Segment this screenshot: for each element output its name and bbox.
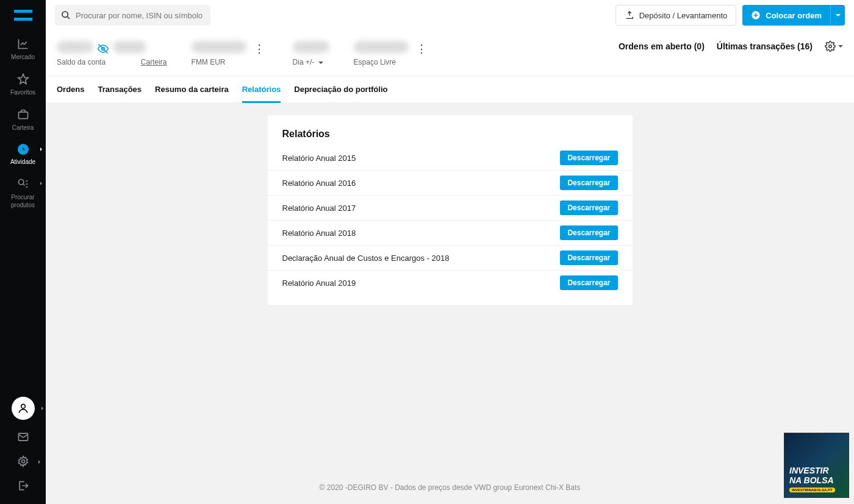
more-vert-icon[interactable]: ⋮ <box>250 42 268 55</box>
svg-point-1 <box>18 180 23 185</box>
profile-button[interactable] <box>12 397 35 420</box>
chevron-down-icon <box>318 62 323 64</box>
briefcase-icon <box>17 108 29 121</box>
last-transactions-link[interactable]: Últimas transações (16) <box>717 41 813 51</box>
logout-button[interactable] <box>17 480 29 492</box>
report-row: Relatório Anual 2016 Descarregar <box>268 171 633 196</box>
user-icon <box>17 402 29 414</box>
svg-point-5 <box>62 12 68 17</box>
svg-point-4 <box>21 460 24 463</box>
search-container[interactable] <box>55 5 210 26</box>
sidebar-item-label: Mercado <box>9 53 37 61</box>
day-value <box>293 41 329 53</box>
footer-link[interactable]: VWD group <box>474 483 512 492</box>
portfolio-label[interactable]: Carteira <box>141 58 167 66</box>
promo-widget[interactable]: INVESTIR NA BOLSA INVESTIRNABOLSA.PT <box>784 433 849 498</box>
reports-title: Relatórios <box>268 129 633 146</box>
tab-relatorios[interactable]: Relatórios <box>242 76 281 103</box>
portfolio-value <box>113 41 146 53</box>
star-icon <box>17 73 29 85</box>
tab-depreciacao[interactable]: Depreciação do portfólio <box>294 76 387 103</box>
logout-icon <box>17 480 29 492</box>
chevron-right-icon <box>40 147 42 151</box>
chart-line-icon <box>17 38 29 50</box>
mail-icon <box>17 431 29 443</box>
report-row: Relatório Anual 2018 Descarregar <box>268 221 633 246</box>
chevron-down-icon <box>838 45 843 48</box>
download-button[interactable]: Descarregar <box>560 250 617 265</box>
day-block: Dia +/- <box>293 39 354 76</box>
place-order-dropdown[interactable] <box>830 5 845 26</box>
download-button[interactable]: Descarregar <box>560 201 617 215</box>
chevron-right-icon <box>38 460 40 464</box>
sidebar-item-atividade[interactable]: Atividade <box>0 137 46 171</box>
report-row: Relatório Anual 2015 Descarregar <box>268 146 633 171</box>
report-name: Relatório Anual 2018 <box>282 229 356 238</box>
place-order-button[interactable]: Colocar ordem <box>742 5 830 26</box>
hamburger-logo-icon <box>14 10 32 21</box>
sidebar-item-label: Procurar produtos <box>0 193 46 209</box>
eye-off-icon[interactable] <box>97 43 109 55</box>
deposit-label: Depósito / Levantamento <box>639 11 728 20</box>
tab-resumo-carteira[interactable]: Resumo da carteira <box>155 76 229 103</box>
download-button[interactable]: Descarregar <box>560 225 617 240</box>
fmm-label: FMM EUR <box>192 58 226 66</box>
settings-dropdown[interactable] <box>825 41 843 52</box>
app-logo[interactable] <box>0 0 46 30</box>
account-info-panel: Saldo da conta Carteira ⋮ FMM EUR Dia +/… <box>46 30 854 76</box>
download-button[interactable]: Descarregar <box>560 151 617 165</box>
free-space-label: Espaço Livre <box>354 58 396 66</box>
svg-point-2 <box>21 404 25 408</box>
mail-button[interactable] <box>17 431 29 443</box>
free-space-block: ⋮ Espaço Livre <box>354 39 455 76</box>
day-label[interactable]: Dia +/- <box>293 58 323 66</box>
sidebar-item-mercado[interactable]: Mercado <box>0 30 46 66</box>
fmm-block: ⋮ FMM EUR <box>192 39 293 76</box>
chevron-down-icon <box>836 14 841 16</box>
footer-link[interactable]: Euronext <box>514 483 544 492</box>
chevron-right-icon <box>40 182 42 185</box>
tab-transacoes[interactable]: Transações <box>98 76 142 103</box>
content-area: Relatórios Relatório Anual 2015 Descarre… <box>46 103 854 305</box>
sidebar-item-procurar-produtos[interactable]: Procurar produtos <box>0 171 46 214</box>
balance-label: Saldo da conta <box>57 58 106 66</box>
settings-button[interactable] <box>17 455 29 467</box>
tab-ordens[interactable]: Ordens <box>57 76 85 103</box>
promo-text-1: INVESTIR <box>789 466 844 475</box>
promo-tag: INVESTIRNABOLSA.PT <box>789 488 835 492</box>
more-vert-icon[interactable]: ⋮ <box>412 42 431 55</box>
info-right: Ordens em aberto (0) Últimas transações … <box>619 39 843 52</box>
sidebar-item-favoritos[interactable]: Favoritos <box>0 66 46 101</box>
place-order-label: Colocar ordem <box>766 11 822 20</box>
svg-rect-0 <box>18 112 27 119</box>
report-row: Declaração Anual de Custos e Encargos - … <box>268 246 633 271</box>
main-area: Depósito / Levantamento Colocar ordem <box>46 0 854 504</box>
plus-circle-icon <box>751 10 761 20</box>
report-name: Relatório Anual 2015 <box>282 154 356 163</box>
footer-link[interactable]: Bats <box>565 483 580 492</box>
balance-block: Saldo da conta Carteira <box>57 39 192 76</box>
promo-text-2: NA BOLSA <box>789 476 844 485</box>
fmm-value <box>192 41 246 53</box>
free-space-value <box>354 41 409 53</box>
download-button[interactable]: Descarregar <box>560 176 617 190</box>
footer: © 2020 -DEGIRO BV - Dados de preços desd… <box>46 483 854 492</box>
report-row: Relatório Anual 2019 Descarregar <box>268 271 633 295</box>
footer-copyright: © 2020 -DEGIRO BV - Dados de preços desd… <box>320 483 475 492</box>
subtabs: Ordens Transações Resumo da carteira Rel… <box>46 76 854 103</box>
sidebar-item-carteira[interactable]: Carteira <box>0 101 46 137</box>
place-order-group: Colocar ordem <box>742 5 845 26</box>
sidebar-item-label: Favoritos <box>8 88 38 96</box>
balance-value <box>57 41 93 53</box>
transfer-icon <box>625 10 634 20</box>
download-button[interactable]: Descarregar <box>560 275 617 290</box>
footer-link[interactable]: Chi-X <box>545 483 564 492</box>
search-list-icon <box>17 178 29 190</box>
svg-point-8 <box>829 45 832 48</box>
deposit-withdraw-button[interactable]: Depósito / Levantamento <box>615 5 737 26</box>
sidebar-item-label: Atividade <box>8 158 38 166</box>
report-name: Relatório Anual 2016 <box>282 179 356 188</box>
gear-icon <box>17 455 29 467</box>
search-input[interactable] <box>76 11 204 20</box>
open-orders-link[interactable]: Ordens em aberto (0) <box>619 41 705 51</box>
